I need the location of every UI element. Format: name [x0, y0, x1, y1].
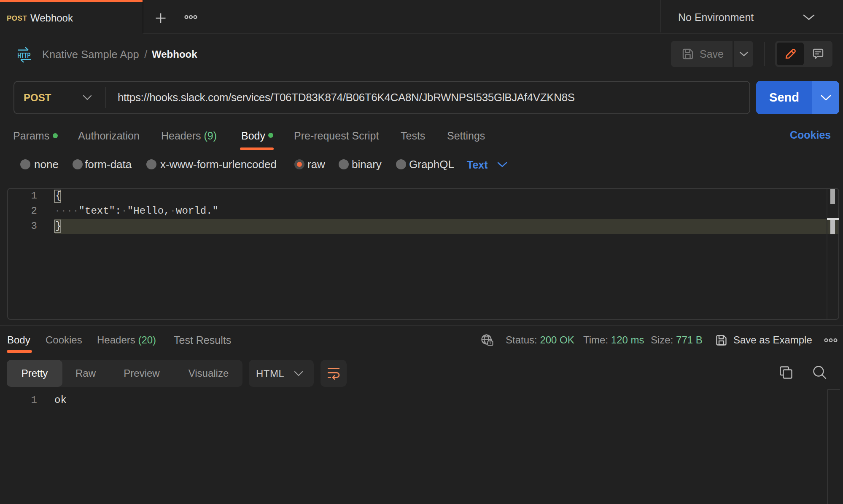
- svg-text:HTTP: HTTP: [18, 51, 31, 59]
